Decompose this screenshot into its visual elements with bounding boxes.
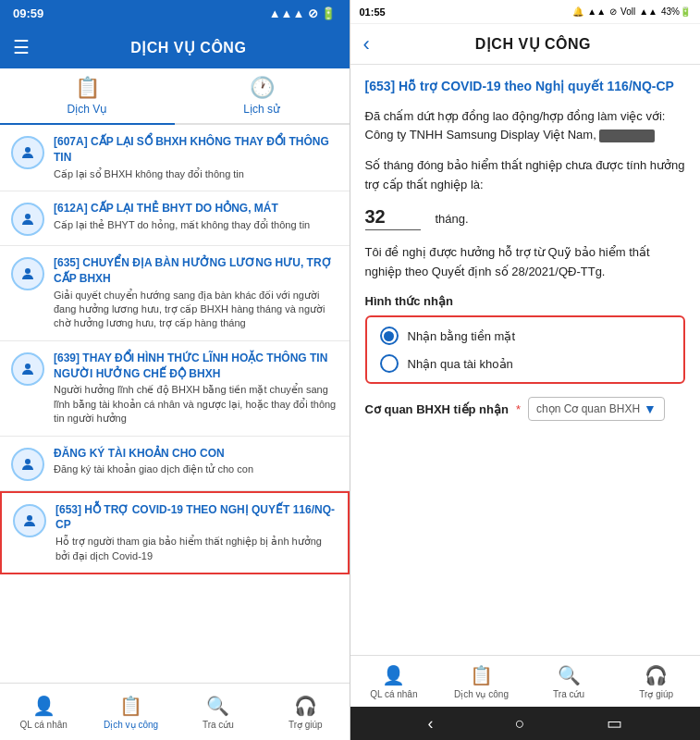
nav-ql-ca-nhan-right-label: QL cá nhân bbox=[370, 689, 417, 699]
battery-icon: 43%🔋 bbox=[661, 6, 691, 17]
nav-ql-ca-nhan-right[interactable]: 👤 QL cá nhân bbox=[350, 656, 438, 707]
left-header-title: DỊCH VỤ CÔNG bbox=[41, 39, 337, 56]
service-639-name: [639] THAY ĐỔI HÌNH THỨC LĨNH HOẶC THÔNG… bbox=[54, 351, 338, 382]
form-paragraph-1: Đã chấm dứt hợp đồng lao động/hợp đồng l… bbox=[365, 107, 686, 146]
tab-lich-su[interactable]: 🕐 Lịch sử bbox=[175, 68, 350, 123]
service-list: [607A] CẤP LẠI SỔ BHXH KHÔNG THAY ĐỔI TH… bbox=[0, 125, 350, 683]
hinh-thuc-title: Hình thức nhận bbox=[365, 294, 686, 308]
tab-dich-vu-label: Dịch Vụ bbox=[68, 103, 108, 116]
service-653[interactable]: [653] HỖ TRỢ COVID-19 THEO NGHỊ QUYẾT 11… bbox=[0, 491, 350, 574]
wifi-icon: ⊘ bbox=[609, 6, 617, 17]
co-quan-select[interactable]: chọn Cơ quan BHXH ▼ bbox=[528, 397, 665, 421]
months-label: tháng. bbox=[436, 212, 469, 226]
tab-dich-vu[interactable]: 📋 Dịch Vụ bbox=[0, 68, 175, 125]
service-dktk[interactable]: ĐĂNG KÝ TÀI KHOẢN CHO CON Đăng ký tài kh… bbox=[0, 437, 350, 491]
dich-vu-icon: 📋 bbox=[75, 76, 100, 100]
nav-tro-giup-right[interactable]: 🎧 Trợ giúp bbox=[612, 656, 700, 707]
svg-point-5 bbox=[27, 515, 32, 521]
co-quan-row: Cơ quan BHXH tiếp nhận * chọn Cơ quan BH… bbox=[365, 397, 686, 421]
form-title: [653] Hỗ trợ COVID-19 theo Nghị quyết 11… bbox=[365, 78, 686, 96]
service-612a-name: [612A] CẤP LẠI THẺ BHYT DO HỎNG, MÁT bbox=[54, 201, 338, 216]
service-639-desc: Người hưởng lĩnh chế độ BHXH bằng tiền m… bbox=[54, 383, 338, 426]
time-right: 01:55 bbox=[360, 6, 386, 18]
service-612a-icon bbox=[11, 203, 44, 236]
nav-tro-giup-right-label: Trợ giúp bbox=[639, 689, 673, 699]
status-icons-right: 🔔 ▲▲ ⊘ Voll ▲▲ 43%🔋 bbox=[572, 6, 691, 17]
right-content: [653] Hỗ trợ COVID-19 theo Nghị quyết 11… bbox=[350, 65, 701, 655]
nav-tra-cuu-right[interactable]: 🔍 Tra cứu bbox=[525, 656, 613, 707]
service-653-icon bbox=[13, 504, 46, 537]
android-bar: ‹ ○ ▭ bbox=[350, 707, 701, 740]
nav-ql-ca-nhan-label: QL cá nhân bbox=[20, 720, 68, 730]
tab-lich-su-label: Lịch sử bbox=[243, 103, 280, 116]
back-button[interactable]: ‹ bbox=[363, 32, 370, 56]
header-right: ‹ DỊCH VỤ CÔNG bbox=[350, 24, 701, 65]
form-paragraph-2: Số tháng đóng bảo hiểm thất nghiệp chưa … bbox=[365, 156, 686, 195]
dich-vu-cong-right-icon: 📋 bbox=[470, 664, 493, 686]
tra-cuu-right-icon: 🔍 bbox=[558, 664, 581, 686]
service-635-name: [635] CHUYỂN ĐỊA BÀN HƯỞNG LƯƠNG HƯU, TR… bbox=[54, 255, 338, 287]
service-607a-icon bbox=[11, 136, 44, 169]
service-635[interactable]: [635] CHUYỂN ĐỊA BÀN HƯỞNG LƯƠNG HƯU, TR… bbox=[0, 246, 350, 341]
android-recent-button[interactable]: ▭ bbox=[607, 713, 622, 734]
months-row: 32 tháng. bbox=[365, 206, 686, 230]
service-639[interactable]: [639] THAY ĐỔI HÌNH THỨC LĨNH HOẶC THÔNG… bbox=[0, 341, 350, 437]
service-607a[interactable]: [607A] CẤP LẠI SỔ BHXH KHÔNG THAY ĐỔI TH… bbox=[0, 125, 350, 191]
nav-dich-vu-cong-right-label: Dịch vụ công bbox=[454, 689, 509, 699]
service-dktk-content: ĐĂNG KÝ TÀI KHOẢN CHO CON Đăng ký tài kh… bbox=[54, 446, 338, 477]
bell-icon: 🔔 bbox=[572, 6, 583, 17]
tro-giup-right-icon: 🎧 bbox=[645, 664, 668, 686]
time-left: 09:59 bbox=[13, 6, 43, 20]
radio-tien-mat-label: Nhận bằng tiền mặt bbox=[408, 329, 516, 343]
right-panel: 01:55 🔔 ▲▲ ⊘ Voll ▲▲ 43%🔋 ‹ DỊCH VỤ CÔNG… bbox=[350, 0, 701, 740]
service-607a-desc: Cấp lại sổ BHXH không thay đổi thông tin bbox=[54, 167, 338, 181]
service-612a[interactable]: [612A] CẤP LẠI THẺ BHYT DO HỎNG, MÁT Cấp… bbox=[0, 191, 350, 246]
radio-tai-khoan-outer bbox=[380, 354, 399, 373]
redacted-text bbox=[599, 130, 655, 142]
nav-dich-vu-cong-label: Dịch vụ công bbox=[104, 720, 158, 730]
radio-tien-mat-inner bbox=[384, 331, 394, 341]
tro-giup-icon-left: 🎧 bbox=[294, 695, 317, 717]
service-653-name: [653] HỖ TRỢ COVID-19 THEO NGHỊ QUYẾT 11… bbox=[55, 502, 337, 534]
lich-su-icon: 🕐 bbox=[250, 76, 275, 100]
status-icons-left: ▲▲▲ ⊘ 🔋 bbox=[269, 6, 337, 20]
service-639-content: [639] THAY ĐỔI HÌNH THỨC LĨNH HOẶC THÔNG… bbox=[54, 351, 338, 426]
nav-tra-cuu-label: Tra cứu bbox=[203, 720, 234, 730]
android-home-button[interactable]: ○ bbox=[515, 714, 525, 734]
nav-tra-cuu-right-label: Tra cứu bbox=[553, 689, 584, 699]
service-635-icon bbox=[11, 257, 44, 290]
radio-tai-khoan[interactable]: Nhận qua tài khoản bbox=[380, 354, 671, 373]
service-dktk-name: ĐĂNG KÝ TÀI KHOẢN CHO CON bbox=[54, 446, 338, 462]
nav-dich-vu-cong-left[interactable]: 📋 Dịch vụ công bbox=[87, 684, 174, 740]
service-612a-desc: Cấp lại thẻ BHYT do hỏng, mất không thay… bbox=[54, 218, 338, 232]
service-612a-content: [612A] CẤP LẠI THẺ BHYT DO HỎNG, MÁT Cấp… bbox=[54, 201, 338, 232]
co-quan-placeholder: chọn Cơ quan BHXH bbox=[536, 402, 640, 415]
left-bottom-nav: 👤 QL cá nhân 📋 Dịch vụ công 🔍 Tra cứu 🎧 … bbox=[0, 683, 350, 740]
dropdown-arrow-icon: ▼ bbox=[644, 401, 657, 416]
radio-tien-mat[interactable]: Nhận bằng tiền mặt bbox=[380, 327, 671, 345]
tabs-left: 📋 Dịch Vụ 🕐 Lịch sử bbox=[0, 68, 350, 125]
tra-cuu-icon: 🔍 bbox=[206, 695, 229, 717]
ql-ca-nhan-icon: 👤 bbox=[32, 695, 55, 717]
nav-tra-cuu-left[interactable]: 🔍 Tra cứu bbox=[175, 684, 262, 740]
nav-dich-vu-cong-right[interactable]: 📋 Dịch vụ công bbox=[437, 656, 525, 707]
service-653-desc: Hỗ trợ người tham gia bảo hiểm thất nghi… bbox=[55, 535, 337, 563]
radio-tai-khoan-label: Nhận qua tài khoản bbox=[408, 357, 513, 371]
service-dktk-icon bbox=[11, 448, 44, 481]
svg-point-1 bbox=[25, 214, 31, 219]
signal2-icon: ▲▲ bbox=[639, 6, 657, 17]
android-back-button[interactable]: ‹ bbox=[428, 714, 434, 734]
service-653-content: [653] HỖ TRỢ COVID-19 THEO NGHỊ QUYẾT 11… bbox=[55, 502, 337, 563]
right-header-title: DỊCH VỤ CÔNG bbox=[379, 35, 687, 53]
status-bar-left: 09:59 ▲▲▲ ⊘ 🔋 bbox=[0, 0, 350, 26]
service-635-content: [635] CHUYỂN ĐỊA BÀN HƯỞNG LƯƠNG HƯU, TR… bbox=[54, 255, 338, 331]
nav-tro-giup-left[interactable]: 🎧 Trợ giúp bbox=[262, 684, 349, 740]
hamburger-icon[interactable]: ☰ bbox=[13, 36, 30, 58]
ql-ca-nhan-right-icon: 👤 bbox=[382, 664, 405, 686]
co-quan-required: * bbox=[516, 402, 521, 416]
service-607a-name: [607A] CẤP LẠI SỔ BHXH KHÔNG THAY ĐỔI TH… bbox=[54, 134, 338, 166]
service-607a-content: [607A] CẤP LẠI SỔ BHXH KHÔNG THAY ĐỔI TH… bbox=[54, 134, 338, 181]
radio-tien-mat-outer bbox=[380, 327, 399, 345]
hinh-thuc-section: Hình thức nhận Nhận bằng tiền mặt Nhận q… bbox=[365, 294, 686, 384]
nav-ql-ca-nhan-left[interactable]: 👤 QL cá nhân bbox=[0, 684, 87, 740]
